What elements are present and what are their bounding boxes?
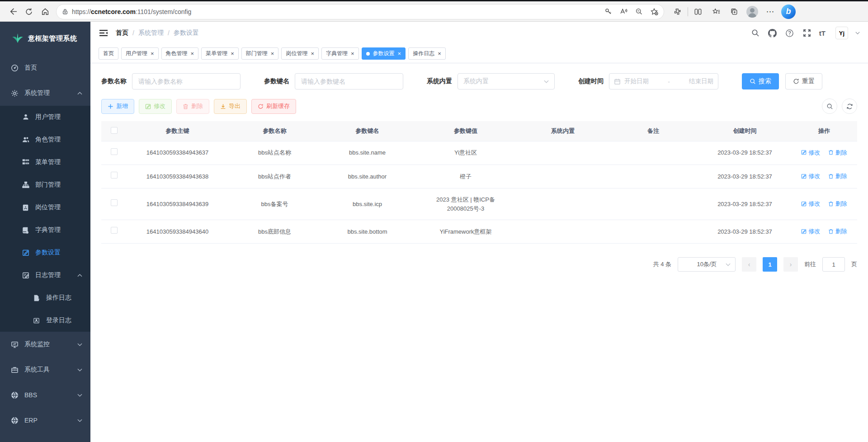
sidebar-item-dict-mgmt[interactable]: 字典管理 bbox=[0, 219, 90, 241]
tab-post-mgmt[interactable]: 岗位管理× bbox=[281, 47, 319, 60]
sidebar-item-config[interactable]: 参数设置 bbox=[0, 241, 90, 264]
tab-config-active[interactable]: 参数设置× bbox=[362, 47, 406, 60]
sidebar-item-bbs[interactable]: BBS bbox=[0, 382, 90, 408]
param-key-input[interactable] bbox=[295, 73, 403, 89]
row-edit-link[interactable]: 修改 bbox=[801, 148, 820, 157]
add-favorite-icon[interactable] bbox=[646, 5, 662, 18]
extensions-icon[interactable] bbox=[669, 4, 687, 19]
delete-button[interactable]: 删除 bbox=[176, 99, 209, 114]
browser-more-icon[interactable]: ⋯ bbox=[761, 4, 779, 19]
next-page-button[interactable]: › bbox=[783, 257, 798, 272]
sidebar-item-system[interactable]: 系统管理 bbox=[0, 80, 90, 106]
builtin-select[interactable]: 系统内置 bbox=[458, 73, 555, 89]
select-all-checkbox[interactable] bbox=[111, 127, 118, 134]
edit-button[interactable]: 修改 bbox=[139, 99, 172, 114]
tab-role-mgmt[interactable]: 角色管理× bbox=[161, 47, 199, 60]
breadcrumb-system[interactable]: 系统管理 bbox=[138, 29, 164, 37]
sidebar-item-monitor[interactable]: 系统监控 bbox=[0, 332, 90, 357]
refresh-table-button[interactable] bbox=[842, 99, 857, 114]
bing-chat-icon[interactable]: b bbox=[779, 4, 797, 19]
globe-icon bbox=[11, 391, 19, 399]
read-aloud-icon[interactable] bbox=[616, 5, 631, 18]
sidebar-item-user-mgmt[interactable]: 用户管理 bbox=[0, 106, 90, 128]
tab-label: 角色管理 bbox=[166, 50, 188, 57]
sidebar-item-oper-log[interactable]: 操作日志 bbox=[0, 287, 90, 309]
address-bar[interactable]: https://ccnetcore.com:1101/system/config bbox=[56, 4, 664, 19]
zoom-out-icon[interactable] bbox=[631, 5, 646, 18]
tab-user-mgmt[interactable]: 用户管理× bbox=[121, 47, 159, 60]
refresh-cache-button[interactable]: 刷新缓存 bbox=[251, 99, 296, 114]
date-range-picker[interactable]: 开始日期 - 结束日期 bbox=[609, 73, 718, 89]
add-button[interactable]: 新增 bbox=[101, 99, 134, 114]
browser-profile-avatar[interactable] bbox=[743, 4, 761, 19]
page-size-select[interactable]: 10条/页 bbox=[678, 257, 736, 272]
tab-oper-log[interactable]: 操作日志× bbox=[408, 47, 446, 60]
goto-page-input[interactable] bbox=[822, 257, 845, 272]
breadcrumb-home[interactable]: 首页 bbox=[116, 29, 128, 37]
row-delete-link[interactable]: 删除 bbox=[828, 199, 847, 208]
col-remark: 备注 bbox=[608, 121, 698, 141]
fullscreen-icon[interactable] bbox=[802, 28, 812, 38]
row-edit-link[interactable]: 修改 bbox=[801, 199, 820, 208]
sidebar-item-tools[interactable]: 系统工具 bbox=[0, 357, 90, 382]
row-checkbox[interactable] bbox=[111, 172, 118, 179]
tab-label: 参数设置 bbox=[373, 50, 395, 57]
sidebar-item-yi-framework[interactable]: Yi框架 bbox=[0, 433, 90, 442]
sidebar-item-log-mgmt[interactable]: 日志管理 bbox=[0, 264, 90, 287]
org-chart-icon bbox=[22, 181, 29, 189]
sidebar-item-login-log[interactable]: 登录日志 bbox=[0, 309, 90, 332]
password-key-icon[interactable] bbox=[600, 5, 616, 18]
tab-close-icon[interactable]: × bbox=[351, 51, 354, 56]
split-screen-icon[interactable] bbox=[689, 4, 707, 19]
github-icon[interactable] bbox=[768, 28, 778, 38]
help-icon[interactable] bbox=[785, 28, 795, 38]
tab-close-icon[interactable]: × bbox=[311, 51, 314, 56]
row-checkbox[interactable] bbox=[111, 148, 118, 155]
active-tab-dot bbox=[366, 52, 370, 56]
user-avatar[interactable]: Yj bbox=[835, 27, 848, 39]
current-page-button[interactable]: 1 bbox=[763, 257, 777, 272]
sidebar-item-dept-mgmt[interactable]: 部门管理 bbox=[0, 174, 90, 196]
tab-close-icon[interactable]: × bbox=[438, 51, 441, 56]
sidebar-item-menu-mgmt[interactable]: 菜单管理 bbox=[0, 151, 90, 174]
tab-label: 首页 bbox=[103, 50, 114, 57]
sidebar-item-role-mgmt[interactable]: 角色管理 bbox=[0, 128, 90, 151]
row-delete-link[interactable]: 删除 bbox=[828, 227, 847, 236]
reset-button[interactable]: 重置 bbox=[785, 73, 822, 89]
row-delete-link[interactable]: 删除 bbox=[828, 172, 847, 181]
tab-dept-mgmt[interactable]: 部门管理× bbox=[241, 47, 279, 60]
url-text[interactable]: https://ccnetcore.com:1101/system/config bbox=[72, 8, 600, 15]
prev-page-button[interactable]: ‹ bbox=[742, 257, 756, 272]
search-icon[interactable] bbox=[750, 28, 760, 38]
row-checkbox[interactable] bbox=[111, 227, 118, 234]
export-button[interactable]: 导出 bbox=[214, 99, 247, 114]
browser-back-button[interactable] bbox=[5, 4, 21, 19]
row-edit-link[interactable]: 修改 bbox=[801, 227, 820, 236]
sidebar-item-erp[interactable]: ERP bbox=[0, 408, 90, 433]
browser-home-button[interactable] bbox=[37, 4, 53, 19]
favorites-icon[interactable] bbox=[707, 4, 725, 19]
sidebar-item-post-mgmt[interactable]: 岗位管理 bbox=[0, 196, 90, 219]
tab-close-icon[interactable]: × bbox=[398, 51, 401, 56]
tab-dict-mgmt[interactable]: 字典管理× bbox=[321, 47, 359, 60]
font-size-icon[interactable]: tT bbox=[819, 29, 826, 37]
search-button[interactable]: 搜索 bbox=[742, 73, 779, 89]
row-delete-link[interactable]: 删除 bbox=[828, 148, 847, 157]
row-checkbox[interactable] bbox=[111, 199, 118, 206]
toggle-search-button[interactable] bbox=[822, 99, 837, 114]
sidebar-item-home[interactable]: 首页 bbox=[0, 55, 90, 80]
avatar-caret-icon[interactable] bbox=[855, 32, 860, 34]
tab-home[interactable]: 首页 bbox=[99, 47, 118, 60]
param-name-input[interactable] bbox=[132, 73, 241, 89]
tab-close-icon[interactable]: × bbox=[151, 51, 154, 56]
dashboard-icon bbox=[11, 64, 19, 72]
row-edit-link[interactable]: 修改 bbox=[801, 172, 820, 181]
collections-icon[interactable] bbox=[725, 4, 743, 19]
browser-refresh-button[interactable] bbox=[21, 4, 37, 19]
badge-icon bbox=[22, 204, 29, 212]
tab-close-icon[interactable]: × bbox=[231, 51, 234, 56]
tab-close-icon[interactable]: × bbox=[191, 51, 194, 56]
tab-menu-mgmt[interactable]: 菜单管理× bbox=[201, 47, 239, 60]
tab-close-icon[interactable]: × bbox=[271, 51, 274, 56]
collapse-sidebar-icon[interactable] bbox=[99, 28, 108, 38]
